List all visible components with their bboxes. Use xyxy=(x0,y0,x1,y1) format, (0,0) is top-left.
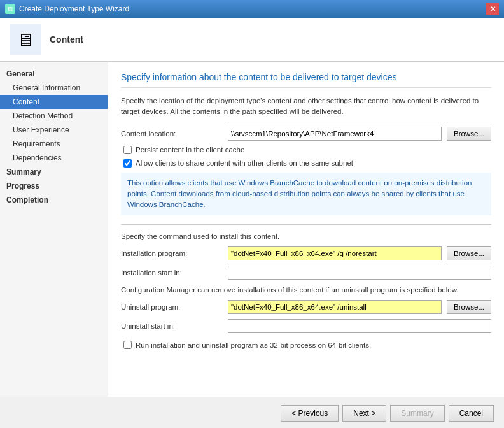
sidebar-item-summary[interactable]: Summary xyxy=(0,165,108,179)
sidebar-item-general-information[interactable]: General Information xyxy=(0,81,108,95)
header: 🖥 Content xyxy=(0,18,504,62)
sidebar-item-completion[interactable]: Completion xyxy=(0,193,108,207)
uninstall-startin-input[interactable] xyxy=(228,319,491,333)
branchcache-info-box: This option allows clients that use Wind… xyxy=(121,173,491,216)
previous-button[interactable]: < Previous xyxy=(281,405,339,422)
install-startin-row: Installation start in: xyxy=(121,266,491,280)
uninstall-program-browse-button[interactable]: Browse... xyxy=(447,300,491,314)
summary-button[interactable]: Summary xyxy=(390,405,444,422)
uninstall-startin-label: Uninstall start in: xyxy=(121,322,223,330)
next-button[interactable]: Next > xyxy=(342,405,386,422)
title-bar-icon: 🖥 xyxy=(5,4,15,14)
sidebar-item-progress[interactable]: Progress xyxy=(0,179,108,193)
content-title: Specify information about the content to… xyxy=(121,72,491,88)
sidebar-group-general: General xyxy=(0,67,108,81)
footer: < Previous Next > Summary Cancel xyxy=(0,397,504,428)
section-divider-1 xyxy=(121,224,491,225)
config-note: Configuration Manager can remove install… xyxy=(121,286,491,294)
content-location-input[interactable] xyxy=(228,127,442,141)
sidebar-item-requirements[interactable]: Requirements xyxy=(0,137,108,151)
sidebar: General General Information Content Dete… xyxy=(0,62,108,397)
persist-checkbox-label: Persist content in the client cache xyxy=(136,146,244,153)
run32bit-label: Run installation and uninstall program a… xyxy=(136,341,371,349)
install-program-input[interactable] xyxy=(228,246,442,260)
share-checkbox-label: Allow clients to share content with othe… xyxy=(136,159,353,167)
main-layout: General General Information Content Dete… xyxy=(0,62,504,397)
install-program-browse-button[interactable]: Browse... xyxy=(447,246,491,260)
uninstall-program-row: Uninstall program: Browse... xyxy=(121,300,491,314)
sidebar-item-dependencies[interactable]: Dependencies xyxy=(0,151,108,165)
install-startin-input[interactable] xyxy=(228,266,491,280)
content-location-label: Content location: xyxy=(121,130,223,138)
uninstall-startin-row: Uninstall start in: xyxy=(121,319,491,333)
install-startin-label: Installation start in: xyxy=(121,269,223,276)
header-title: Content xyxy=(50,34,83,45)
persist-checkbox[interactable] xyxy=(123,146,132,154)
share-checkbox[interactable] xyxy=(123,159,132,168)
content-location-row: Content location: Browse... xyxy=(121,127,491,141)
install-program-label: Installation program: xyxy=(121,250,223,257)
install-program-row: Installation program: Browse... xyxy=(121,246,491,260)
run32bit-row: Run installation and uninstall program a… xyxy=(121,341,491,349)
title-bar-title: Create Deployment Type Wizard xyxy=(19,4,129,13)
description-text: Specify the location of the deployment t… xyxy=(121,96,491,118)
sidebar-item-content[interactable]: Content xyxy=(0,95,108,109)
share-checkbox-row: Allow clients to share content with othe… xyxy=(121,159,491,168)
persist-checkbox-row: Persist content in the client cache xyxy=(121,146,491,154)
header-icon: 🖥 xyxy=(10,24,41,55)
run32bit-checkbox[interactable] xyxy=(123,341,132,349)
uninstall-program-input[interactable] xyxy=(228,300,442,314)
uninstall-program-label: Uninstall program: xyxy=(121,303,223,311)
content-area: Specify information about the content to… xyxy=(108,62,504,397)
sidebar-item-user-experience[interactable]: User Experience xyxy=(0,123,108,137)
close-button[interactable]: ✕ xyxy=(486,3,499,15)
sidebar-item-detection-method[interactable]: Detection Method xyxy=(0,109,108,123)
install-section-note: Specify the command used to install this… xyxy=(121,232,491,240)
content-location-browse-button[interactable]: Browse... xyxy=(447,127,491,141)
title-bar: 🖥 Create Deployment Type Wizard ✕ xyxy=(0,0,504,18)
cancel-button[interactable]: Cancel xyxy=(449,405,494,422)
